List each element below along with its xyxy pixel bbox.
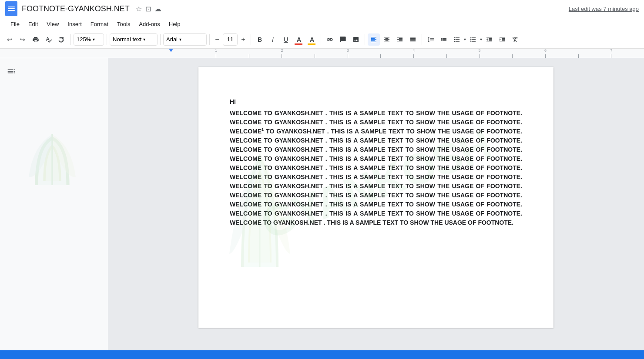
star-icon[interactable]: ☆ <box>136 5 142 13</box>
paint-format-button[interactable] <box>56 33 68 46</box>
title-bar: FOOTNOTE-GYANKOSH.NET ☆ ⊡ ☁ Last edit wa… <box>0 0 644 17</box>
menu-file[interactable]: File <box>7 20 23 28</box>
document-body[interactable]: WELCOME TO GYANKOSH.NET . THIS IS A SAMP… <box>230 109 522 227</box>
menu-tools[interactable]: Tools <box>114 20 134 28</box>
zoom-select[interactable]: 125% ▾ <box>74 33 104 46</box>
increase-indent-button[interactable] <box>496 33 508 46</box>
align-justify-button[interactable] <box>407 33 419 46</box>
clear-formatting-button[interactable] <box>509 33 521 46</box>
separator-7 <box>365 34 365 45</box>
font-size-decrease[interactable]: − <box>212 33 222 46</box>
separator-8 <box>422 34 422 45</box>
cloud-save-icon[interactable]: ☁ <box>154 5 161 13</box>
bulleted-list-button[interactable] <box>451 33 463 46</box>
style-value: Normal text <box>113 36 141 43</box>
line-spacing-button[interactable] <box>425 33 437 46</box>
save-to-drive-icon[interactable]: ⊡ <box>145 5 151 13</box>
italic-button[interactable]: I <box>267 33 279 46</box>
zoom-chevron: ▾ <box>93 37 95 42</box>
menu-edit[interactable]: Edit <box>25 20 41 28</box>
font-select[interactable]: Arial ▾ <box>163 33 207 46</box>
zoom-value: 125% <box>77 36 91 43</box>
style-select[interactable]: Normal text ▾ <box>110 33 158 46</box>
decrease-indent-button[interactable] <box>483 33 495 46</box>
google-docs-icon <box>5 1 17 16</box>
separator-2 <box>107 34 107 45</box>
numbered-list-button[interactable] <box>467 33 479 46</box>
align-left-button[interactable] <box>368 33 380 46</box>
ruler: 1 2 3 4 5 6 7 <box>0 49 644 58</box>
font-value: Arial <box>166 36 178 43</box>
highlight-color-button[interactable]: A <box>306 33 318 46</box>
style-chevron: ▾ <box>143 37 145 42</box>
bulleted-list-dropdown[interactable]: ▾ <box>464 37 466 42</box>
spellcheck-button[interactable] <box>43 33 55 46</box>
sidebar <box>0 58 108 359</box>
document-title[interactable]: FOOTNOTE-GYANKOSH.NET <box>22 4 130 13</box>
font-size-increase[interactable]: + <box>238 33 248 46</box>
print-button[interactable] <box>30 33 42 46</box>
separator-5 <box>251 34 251 45</box>
insert-link-button[interactable] <box>324 33 336 46</box>
checklist-button[interactable] <box>438 33 450 46</box>
toolbar: ↩ ↪ 125% ▾ Normal text ▾ Arial ▾ − + B I… <box>0 30 644 49</box>
last-edit-text[interactable]: Last edit was 7 minutes ago <box>569 6 639 12</box>
numbered-list-dropdown[interactable]: ▾ <box>480 37 482 42</box>
status-bar <box>0 350 644 359</box>
font-chevron: ▾ <box>179 37 181 42</box>
insert-image-button[interactable] <box>350 33 362 46</box>
menu-addons[interactable]: Add-ons <box>135 20 163 28</box>
align-right-button[interactable] <box>394 33 406 46</box>
document-area[interactable]: GYANKOSH HI WELCOME TO GYANKOSH.NET . TH… <box>108 58 644 359</box>
separator-6 <box>321 34 321 45</box>
menu-help[interactable]: Help <box>165 20 184 28</box>
separator-1 <box>70 34 71 45</box>
undo-button[interactable]: ↩ <box>3 33 16 46</box>
bold-button[interactable]: B <box>254 33 266 46</box>
font-size-input[interactable] <box>223 33 238 46</box>
menu-format[interactable]: Format <box>87 20 112 28</box>
separator-3 <box>160 34 161 45</box>
document-page[interactable]: GYANKOSH HI WELCOME TO GYANKOSH.NET . TH… <box>198 67 553 328</box>
font-size-area: − + <box>212 33 248 46</box>
text-color-button[interactable]: A <box>293 33 305 46</box>
separator-4 <box>209 34 210 45</box>
main-area: GYANKOSH HI WELCOME TO GYANKOSH.NET . TH… <box>0 58 644 359</box>
title-icons: ☆ ⊡ ☁ <box>136 5 161 13</box>
underline-button[interactable]: U <box>280 33 292 46</box>
ruler-marker <box>169 49 173 52</box>
document-heading[interactable]: HI <box>230 98 522 105</box>
align-center-button[interactable] <box>381 33 393 46</box>
redo-button[interactable]: ↪ <box>17 33 29 46</box>
menu-bar: File Edit View Insert Format Tools Add-o… <box>0 17 644 30</box>
insert-comment-button[interactable] <box>337 33 349 46</box>
menu-view[interactable]: View <box>43 20 62 28</box>
table-of-contents-icon[interactable] <box>3 63 19 79</box>
footnote-marker: 1 <box>262 127 264 132</box>
menu-insert[interactable]: Insert <box>64 20 85 28</box>
